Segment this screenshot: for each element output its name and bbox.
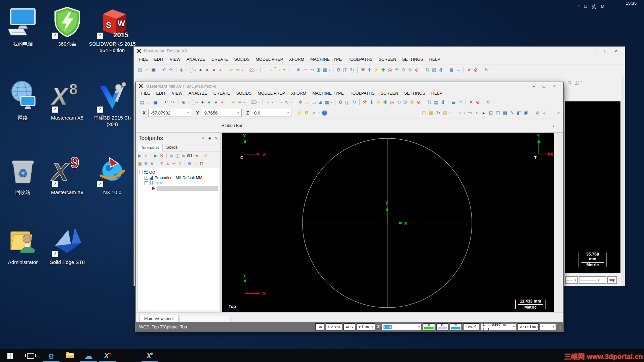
menu-item[interactable]: XFORM — [291, 91, 306, 96]
desktop-icon-mastercam-x9[interactable]: X 9 ↗ Mastercam X9 — [46, 151, 88, 196]
collapse-toggle[interactable]: - — [145, 181, 148, 185]
selection-icon[interactable]: ▸ — [481, 110, 487, 115]
section-shade-icon[interactable]: ◐ — [218, 67, 224, 72]
desktop-icon-solid-edge[interactable]: ↗ Solid Edge ST8 — [46, 221, 88, 266]
pin-icon[interactable] — [208, 136, 211, 140]
clear-colors-caret-icon[interactable]: ▾ — [256, 69, 258, 71]
menu-item[interactable]: TOOLPATHS — [350, 91, 375, 96]
design-title-bar[interactable]: Mastercam Design X8 – □ ✕ — [134, 47, 625, 55]
highfeed-icon[interactable]: ✐ — [203, 153, 208, 158]
shaded-edges-icon[interactable]: ● — [204, 67, 210, 72]
autocursor-icon[interactable]: ✛ — [367, 67, 372, 72]
wcs-button[interactable]: WCS — [344, 323, 355, 330]
xform-offset-icon[interactable]: ▱ — [302, 67, 308, 72]
new-file-icon[interactable]: ▤ — [137, 67, 143, 72]
plane-select-icon[interactable]: ◧ — [516, 110, 522, 115]
grid-caret-icon[interactable]: ▾ — [330, 101, 333, 103]
shaded-icon[interactable]: ● — [200, 100, 205, 104]
menu-item[interactable]: TOOLPATHS — [348, 57, 373, 62]
attributes-pencil-icon[interactable]: ✏ — [231, 100, 236, 104]
select-geometry-icon[interactable]: ◌ — [193, 161, 198, 166]
desktop-icon-network[interactable]: 网络 — [2, 77, 44, 121]
hatch-icon[interactable]: ▩ — [502, 110, 508, 115]
level-manager-icon[interactable]: ▤ — [431, 67, 437, 72]
clear-colors-icon[interactable]: ⌦ — [249, 67, 255, 72]
shaded-materials-icon[interactable]: ● — [213, 100, 219, 104]
level-move-icon[interactable]: ⇅ — [427, 100, 432, 104]
delete-entity-icon[interactable]: ✕ — [466, 67, 472, 72]
wireframe-caret-icon[interactable]: ▾ — [196, 101, 199, 103]
point-style-combo[interactable]: * ▼ — [540, 323, 556, 330]
fit-screen-icon[interactable]: ⊞ — [318, 100, 323, 104]
language-indicator-icon[interactable]: 英 — [592, 4, 596, 10]
create-point-icon[interactable]: + — [263, 67, 269, 72]
undelete-icon[interactable]: ⊘ — [473, 67, 479, 72]
menu-item[interactable]: ANALYZE — [187, 57, 205, 62]
post-icon[interactable]: ⇥ — [193, 153, 199, 158]
menu-item[interactable]: FILE — [139, 57, 148, 62]
backplot-icon[interactable]: ≋ — [169, 153, 174, 158]
toggle-display-icon[interactable]: ≋ — [143, 161, 149, 166]
taskbar-mastercam-x9-button[interactable]: X9 — [98, 349, 117, 362]
combine-views-icon[interactable]: ◫ — [343, 67, 348, 72]
menu-item[interactable]: HELP — [431, 91, 442, 96]
shaded-edges-icon[interactable]: ● — [206, 100, 212, 104]
viewsheets-icon[interactable]: ◫ — [495, 110, 501, 115]
gview-icon[interactable]: ⊕ — [179, 67, 185, 72]
ok-icon[interactable]: ✓ — [542, 110, 548, 115]
insert-arrow-icon[interactable]: ⇥ — [171, 161, 176, 166]
verify-icon[interactable]: ◫ — [175, 153, 180, 158]
desktop-icon-solidworks[interactable]: S W 2015 ↗ SOLIDWORKS 2015 x64 Edition — [89, 3, 136, 54]
menu-item[interactable]: SOLIDS — [236, 91, 252, 96]
close-button[interactable]: ✕ — [553, 84, 556, 89]
new-file-icon[interactable]: ▤ — [139, 100, 145, 104]
add-entity-icon[interactable]: ✚ — [382, 100, 388, 104]
tree-item-machine-group[interactable]: - OO — [137, 170, 219, 175]
chevron-down-icon[interactable]: ▼ — [286, 111, 290, 115]
scroll-operations-icon[interactable]: ⇕ — [177, 161, 183, 166]
create-arc-icon[interactable]: ⌒ — [273, 67, 278, 72]
desktop-icon-mastercam-x8[interactable]: X 8 ↗ Mastercam X8 — [46, 77, 88, 121]
stock-grid-icon[interactable]: ▦ — [428, 110, 434, 115]
planes-icon[interactable]: ≡ — [455, 67, 461, 72]
taskbar-edge-button[interactable]: e — [42, 349, 61, 362]
simulate-icon[interactable]: ≋ — [181, 153, 186, 158]
lock-icon[interactable]: ▣ — [137, 161, 143, 166]
collapse-toggle[interactable]: - — [139, 171, 143, 174]
repaint-icon[interactable]: ↻ — [349, 67, 355, 72]
chevron-down-icon[interactable]: ▼ — [417, 325, 421, 328]
selected-empty-row[interactable] — [157, 186, 218, 191]
desktop-icon-zw3d[interactable]: ↗ 中望3D 2015 Ch (x64) — [89, 77, 136, 128]
stock-display-icon[interactable]: ▢ — [421, 110, 427, 115]
x-coordinate-input[interactable]: -57.87902▼ — [148, 109, 191, 117]
level-button[interactable]: Level — [463, 323, 480, 330]
cursor-settings-icon[interactable]: ▤ — [442, 110, 448, 115]
regen-dirty-icon[interactable]: ✕ — [159, 153, 164, 158]
wireframe-icon[interactable]: ◯ — [190, 100, 196, 104]
menu-item[interactable]: FILE — [141, 91, 150, 96]
menu-item[interactable]: HELP — [429, 57, 440, 62]
menu-item[interactable]: XFORM — [289, 57, 304, 62]
planes-button[interactable]: Planes — [357, 323, 375, 330]
close-icon[interactable]: ✕ — [215, 136, 218, 141]
utilities-icon[interactable]: ⚒ — [362, 100, 368, 104]
surface-color-button[interactable]: ◫ — [450, 323, 462, 330]
tab-toolpaths[interactable]: Toolpaths — [137, 144, 163, 151]
menu-item[interactable]: VIEW — [172, 91, 183, 96]
arc-caret-icon[interactable]: ▾ — [281, 101, 283, 103]
help-icon[interactable]: ? — [322, 110, 327, 116]
dock-views-icon[interactable]: ◫ — [574, 80, 579, 85]
entry-caret-icon[interactable]: ▾ — [318, 112, 320, 114]
color-swatch-combo[interactable]: ▼ — [565, 276, 578, 284]
save-icon[interactable]: ▣ — [153, 100, 158, 104]
attributes-pencil-icon[interactable]: ✏ — [229, 67, 234, 72]
pan-icon[interactable]: ✜ — [409, 100, 415, 104]
z-depth-label[interactable]: Z — [376, 324, 380, 329]
clear-colors-icon[interactable]: ⌦ — [251, 100, 257, 104]
fit-screen-icon[interactable]: ⊞ — [316, 67, 321, 72]
origin-snap-icon[interactable]: ⌖ — [474, 110, 480, 115]
desktop-icon-360-antivirus[interactable]: ↗ 360杀毒 — [46, 3, 88, 47]
level-move-icon[interactable]: ⇅ — [425, 67, 430, 72]
delete-entity-icon[interactable]: ✕ — [468, 100, 474, 104]
cursor-caret-icon[interactable]: ▾ — [449, 112, 451, 114]
